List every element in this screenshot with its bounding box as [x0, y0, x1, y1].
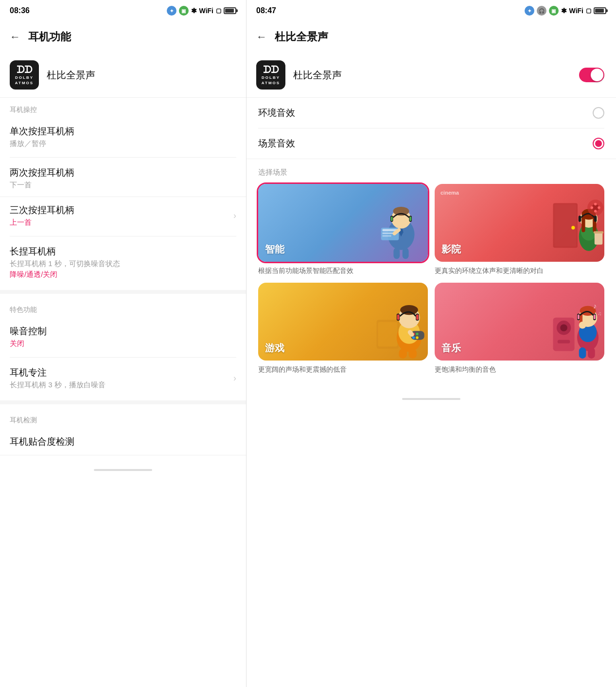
- triple-press-sub: 上一首: [10, 218, 236, 227]
- svg-point-47: [412, 336, 415, 339]
- wifi-icon-r: WiFi: [569, 7, 583, 15]
- left-panel-content: ᗪᗪ DOLBY ATMOS 杜比全景声 耳机操控 单次按捏耳机柄 播放／暂停 …: [0, 53, 246, 687]
- svg-line-49: [410, 332, 412, 335]
- focus-title: 耳机专注: [10, 366, 236, 379]
- scene-label: 场景音效: [258, 137, 295, 150]
- scene-smart-label: 智能: [265, 243, 284, 256]
- status-time-left: 08:36: [10, 6, 30, 15]
- svg-rect-24: [579, 216, 581, 222]
- svg-rect-22: [581, 217, 585, 232]
- dolby-left-group: ᗪᗪ DOLBY ATMOS 杜比全景声: [256, 60, 342, 90]
- setting-single-press[interactable]: 单次按捏耳机柄 播放／暂停: [0, 118, 246, 155]
- svg-rect-26: [595, 232, 603, 245]
- back-button-right[interactable]: ←: [256, 31, 267, 43]
- dolby-row-left[interactable]: ᗪᗪ DOLBY ATMOS 杜比全景声: [0, 53, 246, 97]
- left-panel: 08:36 ✦ ▣ ✱ WiFi ▢ ← 耳机功能 ᗪᗪ DOLBY ATMOS…: [0, 0, 246, 687]
- svg-text:♫: ♫: [598, 310, 601, 316]
- svg-rect-50: [399, 349, 407, 359]
- bluetooth-icon-r: ✱: [561, 7, 567, 15]
- scene-card-music-inner[interactable]: ♪ ♫ 音乐: [435, 283, 604, 361]
- dolby-brand-left: DOLBY: [15, 75, 34, 80]
- scene-cinema-bg: cinema 影院: [435, 184, 604, 262]
- screen-icon-r: ▢: [586, 7, 591, 14]
- ambient-label: 环境音效: [258, 107, 295, 119]
- svg-rect-35: [378, 322, 397, 346]
- setting-focus[interactable]: 耳机专注 长捏耳机柄 3 秒，播放白噪音 ›: [0, 360, 246, 397]
- status-time-right: 08:47: [256, 6, 276, 15]
- dolby-logo-left: ᗪᗪ DOLBY ATMOS: [10, 60, 39, 90]
- setting-long-press[interactable]: 长捏耳机柄 长捏耳机柄 1 秒，可切换噪音状态 降噪/通透/关闭: [0, 238, 246, 286]
- svg-rect-51: [409, 349, 417, 359]
- triple-press-chevron: ›: [233, 211, 236, 221]
- section-label-control: 耳机操控: [0, 98, 246, 118]
- scene-music-bg: ♪ ♫ 音乐: [435, 283, 604, 361]
- svg-rect-68: [579, 347, 586, 359]
- back-button-left[interactable]: ←: [10, 31, 20, 43]
- svg-point-32: [594, 210, 597, 213]
- svg-rect-10: [383, 233, 394, 234]
- dolby-label-right: 杜比全景声: [293, 69, 342, 82]
- scene-music-label: 音乐: [441, 342, 461, 355]
- status-bar-right: 08:47 ✦ 🎧 ▣ ✱ WiFi ▢: [246, 0, 616, 21]
- noise-control-title: 噪音控制: [10, 325, 236, 338]
- svg-point-33: [591, 206, 594, 209]
- svg-point-17: [571, 226, 575, 229]
- svg-point-48: [416, 336, 419, 339]
- ambient-radio[interactable]: [593, 107, 604, 119]
- scene-game-label: 游戏: [265, 342, 284, 355]
- scene-card-smart[interactable]: 智能 根据当前功能场景智能匹配音效: [258, 184, 428, 276]
- scene-game-bg: 游戏: [258, 283, 428, 361]
- divider-2: [10, 157, 236, 158]
- dolby-brand-right: DOLBY: [262, 75, 280, 80]
- setting-ambient[interactable]: 环境音效: [246, 98, 616, 128]
- status-icons-right: ✦ 🎧 ▣ ✱ WiFi ▢: [525, 6, 606, 16]
- focus-chevron: ›: [233, 373, 236, 383]
- scene-radio[interactable]: [593, 138, 604, 149]
- section-label-detection: 耳机检测: [0, 408, 246, 429]
- wifi-icon: WiFi: [199, 7, 213, 15]
- scene-card-game-inner[interactable]: 游戏: [258, 283, 428, 361]
- setting-triple-press[interactable]: 三次按捏耳机柄 上一首 ›: [0, 197, 246, 234]
- scene-card-smart-inner[interactable]: 智能: [258, 184, 428, 262]
- scene-section-label: 选择场景: [258, 168, 604, 177]
- divider-5: [10, 357, 236, 358]
- scene-radio-fill: [595, 140, 602, 147]
- triple-press-title: 三次按捏耳机柄: [10, 204, 236, 217]
- scene-game-desc: 更宽阔的声场和更震撼的低音: [258, 364, 428, 375]
- svg-rect-27: [594, 231, 603, 234]
- status-bar-left: 08:36 ✦ ▣ ✱ WiFi ▢: [0, 0, 246, 21]
- dolby-row-right[interactable]: ᗪᗪ DOLBY ATMOS 杜比全景声: [246, 53, 616, 97]
- double-press-title: 两次按捏耳机柄: [10, 166, 236, 179]
- svg-text:♪: ♪: [593, 302, 597, 310]
- status-icon-blue-r: ✦: [525, 6, 534, 16]
- focus-sub: 长捏耳机柄 3 秒，播放白噪音: [10, 380, 236, 390]
- svg-rect-69: [588, 347, 595, 359]
- setting-double-press[interactable]: 两次按捏耳机柄 下一首: [0, 160, 246, 197]
- noise-control-sub: 关闭: [10, 339, 236, 348]
- dolby-atmos-left: ATMOS: [15, 81, 34, 85]
- bluetooth-icon: ✱: [191, 7, 197, 15]
- scene-card-cinema[interactable]: cinema 影院 更真实的环绕立体声和更清晰的对白: [435, 184, 604, 276]
- svg-rect-11: [383, 235, 391, 237]
- cinema-top-text: cinema: [440, 190, 459, 196]
- dolby-toggle[interactable]: [579, 68, 604, 82]
- svg-rect-43: [416, 314, 419, 320]
- svg-point-46: [416, 333, 419, 336]
- svg-point-31: [598, 206, 600, 209]
- svg-rect-64: [594, 314, 596, 319]
- scene-section: 选择场景: [246, 168, 616, 375]
- status-icon-headphone: 🎧: [537, 6, 546, 16]
- long-press-sub2: 降噪/通透/关闭: [10, 270, 236, 279]
- scene-card-game[interactable]: 游戏 更宽阔的声场和更震撼的低音: [258, 283, 428, 375]
- svg-point-54: [560, 324, 567, 331]
- screen-icon: ▢: [216, 7, 221, 14]
- setting-fit-detection[interactable]: 耳机贴合度检测: [0, 429, 246, 455]
- scene-card-cinema-inner[interactable]: cinema 影院: [435, 184, 604, 262]
- scene-card-music[interactable]: ♪ ♫ 音乐 更饱满和均衡的音色: [435, 283, 604, 375]
- thick-divider-1: [0, 290, 246, 294]
- status-icon-green: ▣: [179, 6, 189, 16]
- long-press-sub: 长捏耳机柄 1 秒，可切换噪音状态: [10, 259, 236, 269]
- setting-noise-control[interactable]: 噪音控制 关闭: [0, 318, 246, 355]
- dolby-label-left: 杜比全景声: [47, 69, 95, 82]
- setting-scene[interactable]: 场景音效: [246, 128, 616, 159]
